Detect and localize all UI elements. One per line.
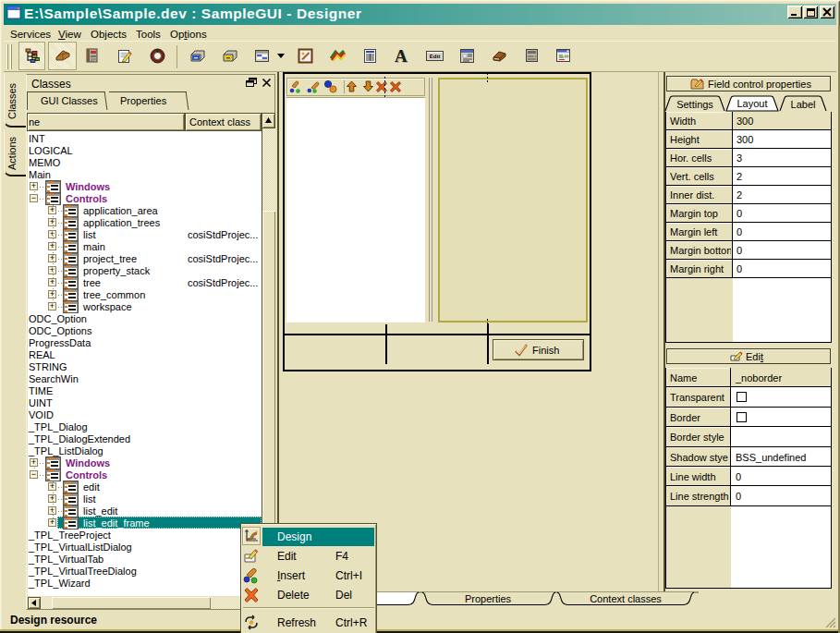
svg-text:Properties: Properties xyxy=(465,593,512,604)
svg-text:Layout: Layout xyxy=(737,98,767,109)
svg-text:Settings: Settings xyxy=(676,99,713,110)
svg-text:Context classes: Context classes xyxy=(590,593,662,604)
svg-text:Label: Label xyxy=(791,99,816,110)
svg-text:Edit: Edit xyxy=(430,54,440,59)
